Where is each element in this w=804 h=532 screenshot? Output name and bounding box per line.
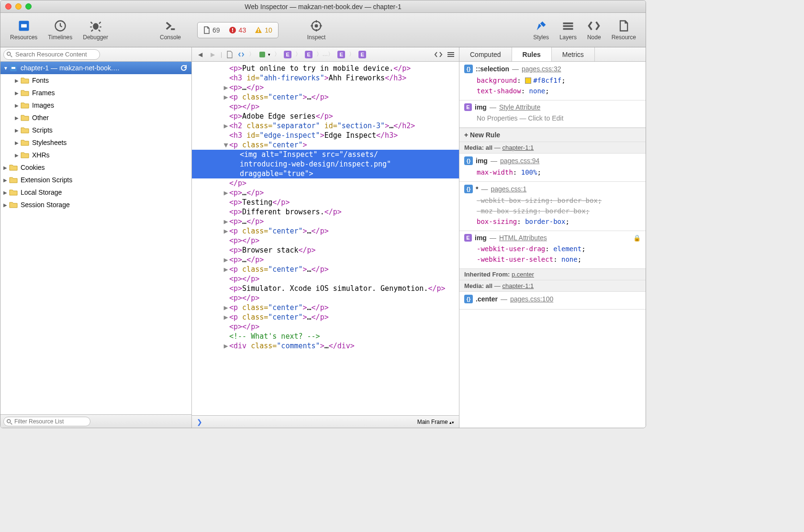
crumb[interactable]: E: [337, 51, 345, 58]
dom-line[interactable]: ▶<p>…</p>: [192, 255, 459, 265]
dom-line[interactable]: ▶<p class="center">…</p>: [192, 92, 459, 102]
dom-line[interactable]: <p>Different browsers.</p>: [192, 207, 459, 217]
rule-block[interactable]: E img — Style AttributeNo Properties — C…: [459, 100, 646, 128]
dom-line[interactable]: </p>: [192, 178, 459, 188]
css-declaration[interactable]: max-width: 100%;: [477, 167, 641, 177]
resource-tool[interactable]: Resource: [608, 19, 640, 41]
debugger-tool[interactable]: Debugger: [79, 19, 112, 41]
dom-line[interactable]: ▶<p>…</p>: [192, 83, 459, 92]
dom-tree[interactable]: <p>Put online to try in mobile device.</…: [192, 62, 459, 415]
crumb[interactable]: E: [284, 51, 291, 58]
dom-line[interactable]: ▶<p>…</p>: [192, 217, 459, 226]
css-declaration[interactable]: -webkit-user-select: none;: [477, 254, 641, 265]
css-declaration[interactable]: box-sizing: border-box;: [477, 216, 641, 227]
dom-line[interactable]: <p>Put online to try in mobile device.</…: [192, 64, 459, 73]
tree-root[interactable]: ▼chapter-1 — makzan-net-book.…: [0, 62, 191, 74]
tab-rules[interactable]: Rules: [512, 47, 552, 61]
prompt-icon[interactable]: ❯: [197, 418, 202, 426]
code-icon[interactable]: [434, 50, 443, 59]
filter-input[interactable]: [3, 417, 90, 426]
styles-tool[interactable]: Styles: [529, 19, 553, 41]
back-button[interactable]: ◀: [196, 50, 204, 59]
search-input[interactable]: [3, 49, 100, 60]
new-rule-section[interactable]: + New Rule: [459, 128, 646, 142]
close-button[interactable]: [5, 3, 11, 10]
frame-selector[interactable]: Main Frame ▴▾: [417, 419, 454, 425]
resource-count[interactable]: 69: [203, 26, 220, 34]
dom-line[interactable]: <h3 id="ahh-fireworks">Ahh Fireworks</h3…: [192, 73, 459, 83]
minimize-button[interactable]: [15, 3, 22, 10]
css-declaration[interactable]: -moz-box-sizing: border-box;: [477, 206, 641, 216]
rule-block[interactable]: {} * — pages.css:1-webkit-box-sizing: bo…: [459, 182, 646, 231]
filter-bar: [0, 414, 191, 428]
layers-icon[interactable]: [447, 50, 455, 59]
dom-line[interactable]: <p>Browser stack</p>: [192, 245, 459, 255]
tree-folder[interactable]: ▶Cookies: [0, 161, 191, 174]
dom-line[interactable]: <p>Testing</p>: [192, 198, 459, 207]
tree-folder[interactable]: ▶Local Storage: [0, 186, 191, 199]
css-declaration[interactable]: -webkit-box-sizing: border-box;: [477, 195, 641, 206]
tree-folder[interactable]: ▶Fonts: [0, 74, 191, 87]
rule-block[interactable]: {} img — pages.css:94max-width: 100%;: [459, 154, 646, 182]
tree-folder[interactable]: ▶Scripts: [0, 124, 191, 136]
inspect-tool[interactable]: Inspect: [303, 19, 330, 41]
tree-folder[interactable]: ▶Stylesheets: [0, 136, 191, 149]
dom-line[interactable]: ▼<p class="center">: [192, 140, 459, 150]
dom-line[interactable]: ▶<h2 class="separator" id="section-3">…<…: [192, 121, 459, 131]
node-icon[interactable]: [237, 51, 245, 58]
rule-block[interactable]: E img — HTML Attributes🔒-webkit-user-dra…: [459, 231, 646, 269]
dom-line[interactable]: <p></p>: [192, 236, 459, 245]
styles-tabs: Computed Rules Metrics: [459, 47, 646, 62]
console-tool[interactable]: Console: [156, 19, 185, 41]
tree-folder[interactable]: ▶Extension Scripts: [0, 174, 191, 186]
error-count[interactable]: 43: [229, 26, 246, 34]
dom-line[interactable]: <p>Simulator. Xcode iOS simulator. Genym…: [192, 284, 459, 293]
dom-line[interactable]: draggable="true">: [192, 169, 459, 178]
rule-block[interactable]: {} .center — pages.css:100: [459, 292, 646, 310]
warning-count[interactable]: 10: [255, 26, 272, 34]
rule-block[interactable]: {} ::selection — pages.css:32background:…: [459, 62, 646, 100]
dom-line[interactable]: <p>Adobe Edge series</p>: [192, 111, 459, 121]
dom-navbar: ◀ ▶ | 〉 ▾ 〉 E 〉 E 〉…〉 E 〉 E: [192, 47, 459, 62]
dom-line[interactable]: ▶<p class="center">…</p>: [192, 303, 459, 312]
tab-computed[interactable]: Computed: [459, 47, 512, 61]
dom-line[interactable]: introducing-web-design/inspect.png": [192, 159, 459, 169]
reload-icon[interactable]: [180, 64, 188, 72]
crumb[interactable]: E: [358, 51, 366, 58]
dom-line[interactable]: ▶<p>…</p>: [192, 188, 459, 198]
node-tool[interactable]: Node: [583, 19, 605, 41]
filter-icon: [6, 419, 13, 425]
dom-line[interactable]: <!-- What's next? -->: [192, 332, 459, 341]
resources-tool[interactable]: Resources: [6, 19, 41, 41]
css-declaration[interactable]: -webkit-user-drag: element;: [477, 244, 641, 254]
forward-button[interactable]: ▶: [208, 50, 217, 59]
timelines-tool[interactable]: Timelines: [44, 19, 76, 41]
zoom-button[interactable]: [25, 3, 32, 10]
tool-label: Debugger: [83, 34, 108, 41]
rules-list[interactable]: {} ::selection — pages.css:32background:…: [459, 62, 646, 428]
styles-panel: Computed Rules Metrics {} ::selection — …: [459, 47, 646, 428]
tree-folder[interactable]: ▶XHRs: [0, 149, 191, 161]
search-bar: [0, 47, 191, 62]
css-declaration[interactable]: text-shadow: none;: [477, 86, 641, 96]
tab-metrics[interactable]: Metrics: [552, 47, 595, 61]
dom-line[interactable]: <h3 id="edge-inspect">Edge Inspect</h3>: [192, 131, 459, 140]
crumb[interactable]: ▾: [258, 51, 270, 58]
css-declaration[interactable]: background: #f8cf1f;: [477, 75, 641, 86]
tree-folder[interactable]: ▶Frames: [0, 87, 191, 99]
layers-tool[interactable]: Layers: [556, 19, 581, 41]
dom-line[interactable]: <p></p>: [192, 102, 459, 111]
dom-line[interactable]: ▶<p class="center">…</p>: [192, 312, 459, 322]
dom-line[interactable]: <p></p>: [192, 293, 459, 303]
lock-icon: 🔒: [633, 234, 641, 242]
tree-folder[interactable]: ▶Other: [0, 111, 191, 124]
dom-line[interactable]: <p></p>: [192, 274, 459, 284]
crumb[interactable]: E: [305, 51, 313, 58]
dom-line[interactable]: <p></p>: [192, 322, 459, 332]
dom-line[interactable]: ▶<div class="comments">…</div>: [192, 341, 459, 351]
tree-folder[interactable]: ▶Session Storage: [0, 199, 191, 211]
dom-line[interactable]: ▶<p class="center">…</p>: [192, 265, 459, 274]
tree-folder[interactable]: ▶Images: [0, 99, 191, 111]
dom-line[interactable]: ▶<p class="center">…</p>: [192, 226, 459, 236]
dom-line[interactable]: <img alt="Inspect" src="/assets/: [192, 150, 459, 159]
